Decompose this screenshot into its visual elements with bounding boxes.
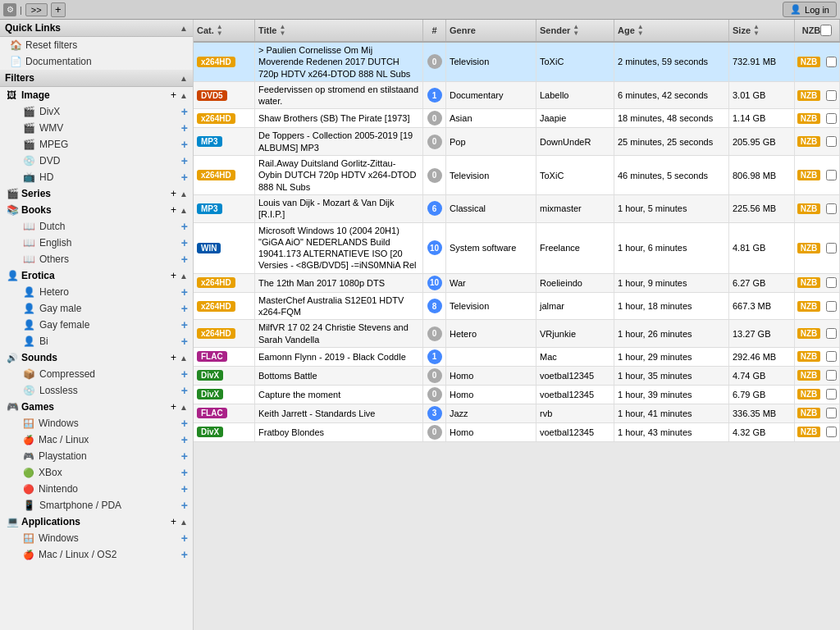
- nzb-checkbox[interactable]: [826, 389, 837, 399]
- table-row[interactable]: FLACEamonn Flynn - 2019 - Black Coddle1M…: [194, 348, 840, 367]
- nzb-checkbox[interactable]: [826, 57, 837, 67]
- books-collapse-btn[interactable]: ▲: [180, 206, 188, 215]
- nzb-button[interactable]: NZB: [797, 277, 821, 288]
- table-row[interactable]: MP3Louis van Dijk - Mozart & Van Dijk [R…: [194, 195, 840, 223]
- app-windows-add-btn[interactable]: +: [181, 532, 188, 545]
- filter-group-erotica-header[interactable]: Erotica + ▲: [0, 267, 193, 284]
- table-row[interactable]: DivXCapture the moment0Homovoetbal123451…: [194, 386, 840, 404]
- nzb-button[interactable]: NZB: [797, 301, 821, 312]
- mac-linux-add-btn[interactable]: +: [181, 433, 188, 446]
- quicklinks-collapse[interactable]: ▲: [180, 24, 188, 33]
- sidebar-item-app-windows[interactable]: Windows +: [0, 530, 193, 546]
- nzb-button[interactable]: NZB: [797, 389, 821, 399]
- lossless-add-btn[interactable]: +: [181, 384, 188, 397]
- table-row[interactable]: x264HD> Paulien Cornelisse Om Mij Movere…: [194, 43, 840, 82]
- smartphone-add-btn[interactable]: +: [181, 499, 188, 512]
- applications-add-btn[interactable]: +: [171, 516, 176, 527]
- filter-group-games-header[interactable]: Games + ▲: [0, 399, 193, 415]
- col-header-age[interactable]: Age ▲▼: [614, 20, 729, 41]
- sidebar-item-others[interactable]: 📖 Others +: [0, 251, 193, 267]
- sidebar-item-playstation[interactable]: Playstation +: [0, 448, 193, 464]
- table-row[interactable]: x264HDRail.Away Duitsland Gorlitz-Zittau…: [194, 156, 840, 195]
- hetero-add-btn[interactable]: +: [181, 285, 188, 299]
- nzb-button[interactable]: NZB: [797, 427, 821, 437]
- sidebar-item-bi[interactable]: 👤 Bi +: [0, 333, 193, 349]
- image-add-btn[interactable]: +: [171, 89, 176, 101]
- nzb-button[interactable]: NZB: [797, 408, 821, 418]
- nzb-select-all-checkbox[interactable]: [820, 25, 832, 36]
- sidebar-item-mac-linux[interactable]: Mac / Linux +: [0, 431, 193, 448]
- nintendo-add-btn[interactable]: +: [181, 482, 188, 495]
- nzb-checkbox[interactable]: [826, 277, 837, 288]
- filters-collapse[interactable]: ▲: [180, 74, 188, 83]
- add-button[interactable]: +: [51, 2, 66, 17]
- games-collapse-btn[interactable]: ▲: [180, 403, 188, 412]
- bi-add-btn[interactable]: +: [181, 335, 188, 348]
- col-header-size[interactable]: Size ▲▼: [729, 20, 795, 41]
- sounds-collapse-btn[interactable]: ▲: [180, 354, 188, 363]
- mpeg-add-btn[interactable]: +: [181, 138, 188, 151]
- col-header-sender[interactable]: Sender ▲▼: [536, 20, 614, 41]
- compressed-add-btn[interactable]: +: [181, 368, 188, 381]
- sidebar-item-gay-male[interactable]: 👤 Gay male +: [0, 300, 193, 317]
- sidebar-item-dutch[interactable]: 📖 Dutch +: [0, 218, 193, 235]
- sidebar-item-smartphone-pda[interactable]: 📱 Smartphone / PDA +: [0, 497, 193, 514]
- nzb-checkbox[interactable]: [826, 301, 837, 312]
- sidebar-item-mpeg[interactable]: 🎬 MPEG +: [0, 136, 193, 153]
- sidebar-item-documentation[interactable]: Documentation: [0, 53, 193, 70]
- wmv-add-btn[interactable]: +: [181, 121, 188, 135]
- table-row[interactable]: FLACKeith Jarrett - Standards Live3Jazzr…: [194, 404, 840, 423]
- filter-group-image-header[interactable]: Image + ▲: [0, 87, 193, 103]
- table-row[interactable]: x264HDThe 12th Man 2017 1080p DTS10WarRo…: [194, 274, 840, 293]
- table-row[interactable]: MP3De Toppers - Collection 2005-2019 [19…: [194, 128, 840, 156]
- dvd-add-btn[interactable]: +: [181, 154, 188, 167]
- nzb-button[interactable]: NZB: [797, 136, 821, 147]
- sidebar-item-wmv[interactable]: 🎬 WMV +: [0, 120, 193, 136]
- filter-group-applications-header[interactable]: Applications + ▲: [0, 514, 193, 530]
- nzb-button[interactable]: NZB: [797, 351, 821, 362]
- sidebar-item-hetero[interactable]: 👤 Hetero +: [0, 284, 193, 300]
- login-button[interactable]: 👤 Log in: [783, 2, 837, 17]
- nzb-button[interactable]: NZB: [797, 203, 821, 214]
- nzb-checkbox[interactable]: [826, 170, 837, 180]
- gay-male-add-btn[interactable]: +: [181, 302, 188, 315]
- table-row[interactable]: x264HDMasterChef Australia S12E01 HDTV x…: [194, 293, 840, 321]
- games-windows-add-btn[interactable]: +: [181, 417, 188, 430]
- table-row[interactable]: x264HDShaw Brothers (SB) The Pirate [197…: [194, 109, 840, 128]
- series-add-btn[interactable]: +: [171, 188, 176, 199]
- table-row[interactable]: WINMicrosoft Windows 10 (2004 20H1) "GiG…: [194, 223, 840, 274]
- nzb-checkbox[interactable]: [826, 427, 837, 437]
- sidebar-item-english[interactable]: 📖 English +: [0, 235, 193, 251]
- nzb-checkbox[interactable]: [826, 203, 837, 214]
- nzb-checkbox[interactable]: [826, 408, 837, 418]
- divx-add-btn[interactable]: +: [181, 105, 188, 118]
- nzb-button[interactable]: NZB: [797, 90, 821, 101]
- sidebar-item-compressed[interactable]: 📦 Compressed +: [0, 366, 193, 382]
- sidebar-item-hd[interactable]: 📺 HD +: [0, 169, 193, 185]
- sounds-add-btn[interactable]: +: [171, 352, 176, 363]
- table-row[interactable]: DVD5Feedervissen op stromend en stilstaa…: [194, 82, 840, 110]
- sidebar-item-lossless[interactable]: 💿 Lossless +: [0, 382, 193, 399]
- sidebar-item-mac-linux-os2[interactable]: Mac / Linux / OS2 +: [0, 546, 193, 563]
- arrows-button[interactable]: >>: [25, 3, 48, 16]
- mac-linux-os2-add-btn[interactable]: +: [181, 548, 188, 561]
- english-add-btn[interactable]: +: [181, 236, 188, 249]
- table-row[interactable]: DivXFratboy Blondes0Homovoetbal123451 ho…: [194, 423, 840, 442]
- sidebar-item-divx[interactable]: 🎬 DivX +: [0, 103, 193, 120]
- sidebar-item-games-windows[interactable]: Windows +: [0, 415, 193, 431]
- image-collapse-btn[interactable]: ▲: [180, 91, 188, 100]
- filter-group-series-header[interactable]: Series + ▲: [0, 185, 193, 202]
- filter-group-sounds-header[interactable]: Sounds + ▲: [0, 349, 193, 366]
- nzb-checkbox[interactable]: [826, 351, 837, 362]
- table-row[interactable]: x264HDMilfVR 17 02 24 Christie Stevens a…: [194, 320, 840, 348]
- erotica-add-btn[interactable]: +: [171, 270, 176, 281]
- gay-female-add-btn[interactable]: +: [181, 318, 188, 331]
- sidebar-item-xbox[interactable]: XBox +: [0, 464, 193, 481]
- nzb-button[interactable]: NZB: [797, 370, 821, 381]
- nzb-checkbox[interactable]: [826, 136, 837, 147]
- playstation-add-btn[interactable]: +: [181, 450, 188, 463]
- sidebar-item-nintendo[interactable]: Nintendo +: [0, 481, 193, 497]
- filter-group-books-header[interactable]: Books + ▲: [0, 202, 193, 218]
- sidebar-item-dvd[interactable]: 💿 DVD +: [0, 153, 193, 169]
- games-add-btn[interactable]: +: [171, 401, 176, 413]
